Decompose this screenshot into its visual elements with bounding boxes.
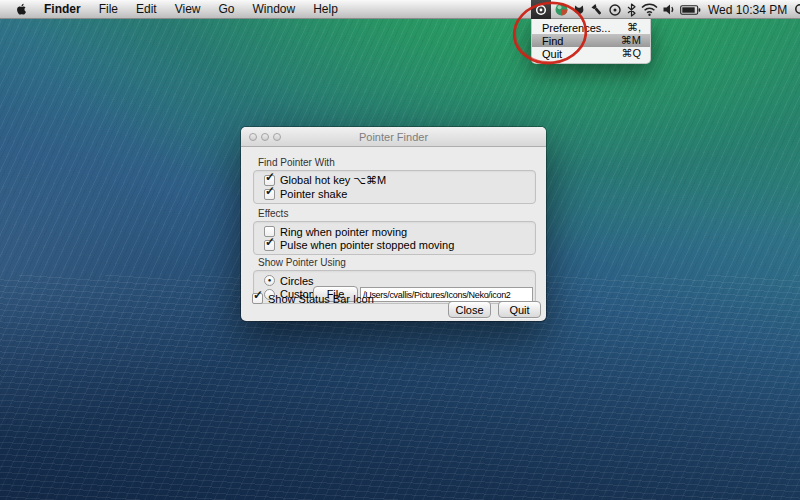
wifi-icon — [641, 3, 658, 16]
checkbox-row-ring-when-moving[interactable]: Ring when pointer moving — [254, 225, 535, 239]
menu-go[interactable]: Go — [210, 0, 244, 18]
radio-row-circles[interactable]: ● Circles — [254, 274, 535, 288]
section-label-show-pointer-using: Show Pointer Using — [258, 257, 346, 268]
circles-radio[interactable]: ● — [264, 275, 275, 286]
spotlight-status-icon[interactable] — [794, 0, 800, 19]
menu-bar-clock[interactable]: Wed 10:34 PM — [705, 3, 790, 17]
menu-item-quit[interactable]: Quit ⌘Q — [532, 47, 650, 60]
show-status-bar-icon-checkbox[interactable]: ✓ — [252, 293, 263, 304]
menu-item-shortcut: ⌘M — [621, 34, 641, 47]
menu-item-find[interactable]: Find ⌘M — [532, 34, 650, 47]
custom-icon-path-field[interactable] — [360, 287, 533, 302]
menu-item-label: Quit — [542, 48, 562, 60]
status-icon-cluster: Wed 10:34 PM — [531, 0, 800, 19]
menu-help[interactable]: Help — [304, 0, 347, 18]
section-label-effects: Effects — [258, 208, 288, 219]
apple-menu[interactable] — [8, 0, 35, 18]
check-mark: ✓ — [265, 185, 275, 197]
cat-head-icon — [572, 3, 586, 17]
status-dropdown-menu: Preferences... ⌘, Find ⌘M Quit ⌘Q — [531, 19, 651, 64]
menu-item-shortcut: ⌘Q — [621, 47, 641, 60]
menu-item-label: Preferences... — [542, 22, 610, 34]
pointer-finder-window: Pointer Finder Find Pointer With ✓ Globa… — [241, 127, 546, 321]
battery-icon — [680, 4, 701, 16]
pointer-finder-status-icon[interactable] — [531, 0, 551, 19]
target-icon — [535, 4, 547, 16]
apple-logo-icon — [15, 2, 28, 16]
menu-edit[interactable]: Edit — [127, 0, 166, 18]
menu-file[interactable]: File — [90, 0, 127, 18]
color-ball-status-icon[interactable] — [555, 0, 568, 19]
section-label-find-pointer-with: Find Pointer With — [258, 157, 335, 168]
pulse-when-stopped-checkbox[interactable]: ✓ — [264, 240, 275, 251]
window-title: Pointer Finder — [359, 131, 428, 143]
flashlight-icon — [590, 3, 604, 17]
bluetooth-icon — [626, 3, 637, 17]
menu-finder[interactable]: Finder — [35, 0, 90, 18]
menu-item-label: Find — [542, 35, 563, 47]
minimize-window-button[interactable] — [261, 133, 269, 141]
traffic-lights — [249, 133, 281, 141]
menu-item-shortcut: ⌘, — [627, 21, 641, 34]
menu-view[interactable]: View — [166, 0, 210, 18]
checkbox-row-pointer-shake[interactable]: ✓ Pointer shake — [254, 188, 535, 202]
bluetooth-status-icon[interactable] — [626, 0, 637, 19]
spotlight-search-icon — [794, 3, 800, 17]
menu-window[interactable]: Window — [244, 0, 305, 18]
cat-status-icon[interactable] — [572, 0, 586, 19]
menu-bar-left: Finder File Edit View Go Window Help — [0, 0, 347, 18]
flashlight-status-icon[interactable] — [590, 0, 604, 19]
target-status-icon[interactable] — [608, 0, 622, 19]
check-mark: ✓ — [265, 236, 275, 248]
volume-status-icon[interactable] — [662, 0, 676, 19]
quit-button[interactable]: Quit — [498, 301, 541, 318]
checkbox-label: Ring when pointer moving — [280, 226, 407, 238]
checkbox-label: Pulse when pointer stopped moving — [280, 239, 454, 251]
zoom-window-button[interactable] — [273, 133, 281, 141]
checkbox-row-global-hot-key[interactable]: ✓ Global hot key ⌥⌘M — [254, 174, 535, 188]
check-mark: ✓ — [253, 289, 263, 301]
desktop: Finder File Edit View Go Window Help — [0, 0, 800, 500]
checkbox-label: Pointer shake — [280, 188, 347, 200]
volume-icon — [662, 3, 676, 16]
checkbox-row-pulse-when-stopped[interactable]: ✓ Pulse when pointer stopped moving — [254, 239, 535, 253]
window-title-bar: Pointer Finder — [241, 127, 546, 147]
color-ball-icon — [555, 3, 568, 16]
checkbox-label: Global hot key ⌥⌘M — [280, 174, 386, 187]
radio-label: Circles — [280, 275, 314, 287]
close-window-button[interactable] — [249, 133, 257, 141]
wifi-status-icon[interactable] — [641, 0, 658, 19]
radio-dot: ● — [265, 276, 274, 285]
checkbox-row-show-status-bar-icon[interactable]: ✓ Show Status Bar Icon — [252, 292, 374, 306]
target-dot-icon — [608, 3, 622, 17]
group-effects: Ring when pointer moving ✓ Pulse when po… — [253, 221, 536, 255]
checkbox-label: Show Status Bar Icon — [268, 293, 374, 305]
pointer-shake-checkbox[interactable]: ✓ — [264, 189, 275, 200]
battery-status-icon[interactable] — [680, 0, 701, 19]
close-button[interactable]: Close — [448, 301, 491, 318]
menu-bar: Finder File Edit View Go Window Help — [0, 0, 800, 19]
group-find-pointer-with: ✓ Global hot key ⌥⌘M ✓ Pointer shake — [253, 170, 536, 204]
menu-item-preferences[interactable]: Preferences... ⌘, — [532, 21, 650, 34]
check-mark: ✓ — [265, 171, 275, 183]
